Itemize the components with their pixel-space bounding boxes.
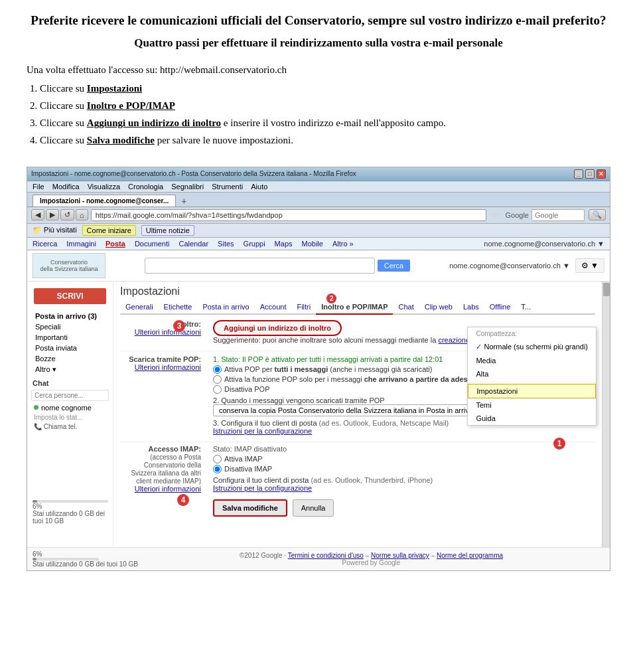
- menu-aiuto[interactable]: Aiuto: [251, 183, 267, 191]
- imap-radio-enable[interactable]: [213, 455, 222, 463]
- sidebar-speciali[interactable]: Speciali: [27, 321, 113, 332]
- gmail-header: Conservatoriodella Svizzera italiana Cer…: [27, 250, 610, 282]
- settings-dropdown: Compattezza: Normale (su schermi più gra…: [467, 327, 597, 426]
- tab-posta-in-arrivo[interactable]: Posta in arrivo: [197, 300, 254, 313]
- browser-tab[interactable]: Impostazioni - nome.cognome@conser...: [33, 195, 176, 207]
- search-label: Google: [506, 211, 529, 219]
- footer-program-link[interactable]: Norme del programma: [437, 552, 503, 559]
- google-search-input[interactable]: [531, 209, 585, 221]
- maximize-button[interactable]: □: [585, 169, 595, 179]
- sidebar-person[interactable]: nome cognome: [27, 402, 113, 413]
- add-forward-address-button[interactable]: Aggiungi un indirizzo di inoltro: [213, 320, 342, 336]
- search-go-button[interactable]: 🔍: [589, 209, 606, 220]
- bookmarks-bar: 📁 Più visitati Come iniziare Ultime noti…: [27, 224, 610, 238]
- forward-info-link[interactable]: Ulteriori informazioni: [135, 328, 201, 336]
- bookmark-come-iniziare[interactable]: Come iniziare: [82, 225, 136, 236]
- pop-download-select[interactable]: conserva la copia Posta Conservatorio de…: [213, 404, 487, 416]
- sidebar-bozze[interactable]: Bozze: [27, 353, 113, 364]
- reload-button[interactable]: ↺: [60, 209, 74, 220]
- sidebar-posta-inviata[interactable]: Posta inviata: [27, 343, 113, 353]
- imap-config-link[interactable]: Istruzioni per la configurazione: [213, 484, 312, 492]
- nav-maps[interactable]: Maps: [275, 240, 293, 248]
- imap-label-text: Accesso IMAP:: [149, 445, 201, 453]
- nav-altro[interactable]: Altro »: [332, 240, 354, 248]
- tab-filtri[interactable]: Filtri: [291, 300, 316, 313]
- menu-cronologia[interactable]: Cronologia: [128, 183, 163, 191]
- scrollbar[interactable]: [602, 282, 610, 547]
- footer-powered: Powered by Google: [240, 559, 503, 566]
- scrollbar-thumb[interactable]: [603, 283, 610, 296]
- tab-generali[interactable]: Generali: [120, 300, 159, 313]
- menu-segnalibri[interactable]: Segnalibri: [171, 183, 204, 191]
- sidebar-inbox[interactable]: Posta in arrivo (3): [27, 311, 113, 321]
- dropdown-impostazioni[interactable]: Impostazioni: [468, 384, 596, 398]
- footer-terms-link[interactable]: Termini e condizioni d'uso: [288, 552, 364, 559]
- tab-labs[interactable]: Labs: [458, 300, 484, 313]
- new-tab-button[interactable]: +: [177, 196, 190, 207]
- chat-status[interactable]: Imposta lo stat...: [27, 413, 113, 422]
- imap-radio-disable[interactable]: [213, 465, 222, 473]
- nav-gruppi[interactable]: Gruppi: [244, 240, 265, 248]
- pop-radio-disable[interactable]: [213, 385, 222, 394]
- nav-sites[interactable]: Sites: [218, 240, 234, 248]
- nav-posta[interactable]: Posta: [106, 240, 125, 248]
- bookmark-star-icon[interactable]: ☆: [490, 210, 499, 220]
- tab-clipweb[interactable]: Clip web: [419, 300, 458, 313]
- menu-strumenti[interactable]: Strumenti: [212, 183, 243, 191]
- dropdown-guida[interactable]: Guida: [468, 412, 596, 425]
- home-button[interactable]: ⌂: [76, 209, 88, 220]
- tab-bar: Impostazioni - nome.cognome@conser... +: [27, 193, 610, 207]
- tab-offline[interactable]: Offline: [484, 300, 516, 313]
- step-1: Cliccare su Impostazioni: [40, 80, 610, 96]
- save-button[interactable]: Salva modifiche: [213, 499, 287, 517]
- circle-1: 1: [553, 438, 565, 450]
- bookmark-ultime-notizie[interactable]: Ultime notizie: [141, 225, 194, 236]
- pop-radio-all[interactable]: [213, 365, 222, 374]
- url-bar[interactable]: https://mail.google.com/mail/?shva=1#set…: [91, 209, 486, 221]
- imap-info-link[interactable]: Ulteriori informazioni: [135, 485, 201, 493]
- gmail-search-button[interactable]: Cerca: [378, 260, 410, 272]
- dropdown-temi[interactable]: Temi: [468, 398, 596, 412]
- bookmark-piu-visitati[interactable]: 📁 Più visitati: [33, 226, 77, 234]
- settings-gear-button[interactable]: ⚙ ▼: [575, 258, 604, 273]
- pop-config-link[interactable]: Istruzioni per la configurazione: [213, 427, 312, 435]
- minimize-button[interactable]: _: [574, 169, 583, 179]
- tab-label: Impostazioni - nome.cognome@conser...: [40, 197, 169, 205]
- tab-etichette[interactable]: Etichette: [159, 300, 198, 313]
- menu-modifica[interactable]: Modifica: [52, 183, 80, 191]
- pop-option-3-label: Disattiva POP: [224, 385, 269, 393]
- compose-button[interactable]: SCRIVI: [34, 288, 106, 304]
- save-cancel-row: Salva modifiche Annulla 4: [120, 499, 595, 517]
- imap-section: Accesso IMAP: (accesso a Posta Conservat…: [120, 442, 595, 493]
- nav-documenti[interactable]: Documenti: [135, 240, 170, 248]
- dropdown-alta[interactable]: Alta: [468, 367, 596, 380]
- nav-ricerca[interactable]: Ricerca: [33, 240, 57, 248]
- tab-chat[interactable]: Chat: [393, 300, 419, 313]
- main-title: Preferite ricevere le comunicazioni uffi…: [27, 12, 610, 30]
- chat-search-input[interactable]: [31, 390, 109, 401]
- cancel-button[interactable]: Annulla: [293, 499, 334, 517]
- gmail-search-input[interactable]: [145, 258, 375, 274]
- menu-file[interactable]: File: [33, 183, 44, 191]
- close-button[interactable]: ✕: [597, 169, 606, 179]
- browser-title: Impostazioni - nome.cognome@conservatori…: [31, 170, 356, 177]
- nav-mobile[interactable]: Mobile: [302, 240, 323, 248]
- tab-inoltro[interactable]: Inoltro e POP/IMAP 2: [316, 300, 393, 315]
- sidebar-importanti[interactable]: Importanti: [27, 332, 113, 343]
- dropdown-media[interactable]: Media: [468, 354, 596, 367]
- dropdown-normale[interactable]: Normale (su schermi più grandi): [468, 340, 596, 354]
- steps-list: Cliccare su Impostazioni Cliccare su Ino…: [40, 80, 610, 148]
- tab-temi[interactable]: T...: [516, 300, 536, 313]
- menu-visualizza[interactable]: Visualizza: [88, 183, 120, 191]
- pop-info-link[interactable]: Ulteriori informazioni: [135, 363, 201, 371]
- back-button[interactable]: ◀: [31, 209, 44, 220]
- nav-calendar[interactable]: Calendar: [178, 240, 208, 248]
- pop-radio-new[interactable]: [213, 375, 222, 384]
- chat-phone[interactable]: 📞 Chiama tel.: [27, 422, 113, 432]
- nav-immagini[interactable]: Immagini: [66, 240, 96, 248]
- sidebar-altro[interactable]: Altro ▾: [27, 364, 113, 375]
- tab-account[interactable]: Account: [255, 300, 292, 313]
- forward-button[interactable]: ▶: [46, 209, 59, 220]
- footer-privacy-link[interactable]: Norme sulla privacy: [371, 552, 429, 559]
- address-bar: ◀ ▶ ↺ ⌂ https://mail.google.com/mail/?sh…: [27, 207, 610, 224]
